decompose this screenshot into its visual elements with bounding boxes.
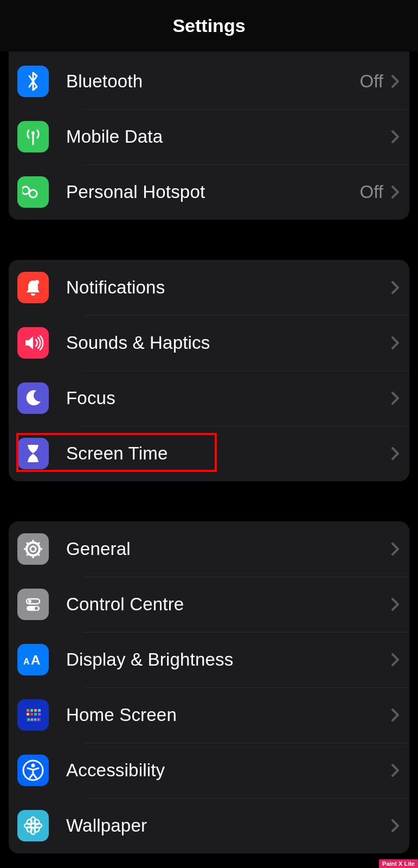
antenna-icon	[17, 121, 49, 152]
chevron-right-icon	[391, 653, 400, 667]
svg-rect-3	[28, 461, 38, 462]
row-display-brightness[interactable]: AA Display & Brightness	[9, 632, 409, 687]
chevron-right-icon	[391, 185, 400, 199]
row-label: Home Screen	[66, 705, 391, 725]
row-mobile-data[interactable]: Mobile Data	[9, 109, 409, 164]
row-sounds-haptics[interactable]: Sounds & Haptics	[9, 315, 409, 371]
app-grid-icon	[17, 699, 49, 731]
speaker-icon	[17, 327, 49, 359]
svg-text:A: A	[31, 653, 40, 667]
svg-rect-31	[34, 719, 36, 721]
svg-point-34	[31, 764, 35, 768]
chevron-right-icon	[391, 280, 400, 295]
chevron-right-icon	[391, 597, 400, 611]
chevron-right-icon	[391, 336, 400, 350]
svg-rect-22	[34, 709, 37, 712]
svg-rect-26	[34, 713, 37, 716]
row-wallpaper[interactable]: Wallpaper	[9, 798, 409, 853]
svg-rect-2	[28, 445, 38, 446]
svg-point-5	[30, 546, 36, 552]
hourglass-icon	[17, 438, 49, 469]
svg-rect-23	[38, 709, 41, 712]
header: Settings	[0, 0, 418, 52]
svg-line-12	[37, 542, 40, 545]
chevron-right-icon	[391, 446, 400, 461]
row-control-centre[interactable]: Control Centre	[9, 577, 409, 632]
settings-group-notifications: Notifications Sounds & Haptics Focus Scr…	[9, 260, 409, 481]
settings-group-general: General Control Centre AA Display & Brig…	[9, 521, 409, 853]
chevron-right-icon	[391, 542, 400, 556]
svg-rect-29	[28, 719, 30, 721]
chevron-right-icon	[391, 74, 400, 88]
settings-group-connectivity: Bluetooth Off Mobile Data Personal Hotsp…	[9, 52, 409, 220]
svg-line-10	[27, 542, 29, 545]
chevron-right-icon	[391, 819, 400, 833]
svg-rect-30	[31, 719, 33, 721]
svg-rect-25	[30, 713, 33, 716]
row-label: Screen Time	[66, 443, 391, 464]
chevron-right-icon	[391, 391, 400, 405]
chevron-right-icon	[391, 708, 400, 722]
row-label: Control Centre	[66, 594, 391, 615]
row-label: Focus	[66, 388, 391, 409]
row-label: General	[66, 539, 391, 559]
svg-line-11	[37, 553, 40, 556]
switches-icon	[17, 589, 49, 620]
row-value: Off	[360, 182, 383, 202]
svg-rect-27	[38, 713, 41, 716]
row-label: Personal Hotspot	[66, 182, 360, 202]
svg-point-15	[28, 600, 31, 603]
row-personal-hotspot[interactable]: Personal Hotspot Off	[9, 164, 409, 220]
svg-point-0	[31, 131, 35, 135]
svg-text:A: A	[23, 657, 30, 666]
row-label: Accessibility	[66, 760, 391, 781]
svg-rect-32	[37, 719, 40, 721]
svg-point-17	[35, 607, 38, 610]
settings-list: Bluetooth Off Mobile Data Personal Hotsp…	[0, 52, 418, 853]
row-label: Sounds & Haptics	[66, 333, 391, 353]
bell-icon	[17, 272, 49, 303]
row-screen-time[interactable]: Screen Time	[9, 426, 409, 481]
row-general[interactable]: General	[9, 521, 409, 577]
chevron-right-icon	[391, 763, 400, 777]
svg-rect-20	[27, 709, 29, 712]
row-bluetooth[interactable]: Bluetooth Off	[9, 54, 409, 109]
bluetooth-icon	[17, 66, 49, 97]
flower-icon	[17, 810, 49, 841]
text-size-icon: AA	[17, 644, 49, 675]
gear-icon	[17, 533, 49, 565]
chevron-right-icon	[391, 130, 400, 144]
row-label: Notifications	[66, 277, 391, 298]
row-home-screen[interactable]: Home Screen	[9, 687, 409, 743]
svg-line-13	[27, 553, 29, 556]
row-accessibility[interactable]: Accessibility	[9, 743, 409, 798]
row-label: Mobile Data	[66, 126, 391, 147]
watermark: Paint X Lite	[379, 859, 418, 868]
row-label: Display & Brightness	[66, 649, 391, 670]
row-label: Wallpaper	[66, 815, 391, 836]
row-focus[interactable]: Focus	[9, 371, 409, 426]
svg-point-1	[35, 280, 39, 284]
row-label: Bluetooth	[66, 71, 360, 92]
link-icon	[17, 176, 49, 208]
svg-rect-24	[27, 713, 29, 716]
moon-icon	[17, 382, 49, 414]
accessibility-icon	[17, 755, 49, 786]
page-title: Settings	[172, 15, 245, 36]
row-notifications[interactable]: Notifications	[9, 260, 409, 315]
row-value: Off	[360, 71, 383, 92]
svg-rect-21	[30, 709, 33, 712]
